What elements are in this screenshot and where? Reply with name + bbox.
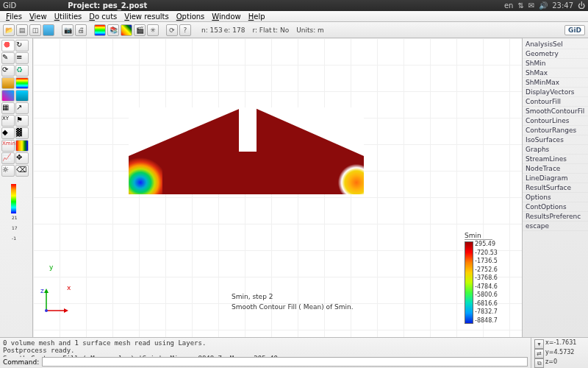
p-clear-icon[interactable]: ⌫	[15, 165, 29, 177]
left-palette: ↻ ✎ ≡ ⟳ ♻ ▦ ↗ XY ⚑ ◆ ▓ Xmin 📈 ✥ ☼ ⌫ 2117…	[0, 38, 33, 337]
p-box-icon[interactable]	[1, 77, 15, 89]
fea-result-shape	[129, 107, 364, 194]
right-command-panel: AnalysisSel Geometry ShMin ShMax ShMinMa…	[522, 38, 588, 337]
menu-files[interactable]: Files	[3, 13, 25, 21]
rp-options[interactable]: Options	[523, 193, 588, 202]
tool-anim-icon[interactable]: 🎬	[134, 24, 146, 36]
viewport[interactable]: Smin, step 2 Smooth Contour Fill ( Mean)…	[33, 38, 522, 337]
stress-concentration-left	[129, 150, 162, 194]
rp-resultspref[interactable]: ResultsPreferenc	[523, 212, 588, 222]
rp-resultsurface[interactable]: ResultSurface	[523, 183, 588, 193]
status-elems: e: 178	[224, 26, 245, 34]
power-icon[interactable]: ⏻	[578, 1, 585, 10]
p-flag-icon[interactable]: ⚑	[15, 115, 29, 127]
coord-swap-icon[interactable]: ⇄	[534, 349, 544, 358]
rp-graphs[interactable]: Graphs	[523, 145, 588, 155]
clock: 23:47	[552, 1, 573, 10]
p-rotate-icon[interactable]: ↻	[15, 40, 29, 52]
rp-escape[interactable]: escape	[523, 222, 588, 231]
menu-window[interactable]: Window	[209, 13, 243, 21]
command-label: Command:	[3, 358, 39, 366]
tool-contour-icon[interactable]	[94, 24, 106, 36]
p-light-icon[interactable]: ☼	[1, 165, 15, 177]
console-log: 0 volume mesh and 1 surface mesh read us…	[0, 338, 531, 357]
tool-camera-icon[interactable]: 📷	[62, 24, 74, 36]
rp-isosurfaces[interactable]: IsoSurfaces	[523, 135, 588, 145]
menu-help[interactable]: Help	[245, 13, 268, 21]
command-row: Command:	[0, 357, 531, 368]
p-refresh-icon[interactable]: ⟳	[1, 65, 15, 77]
p-xmin-icon[interactable]: Xmin	[1, 140, 15, 152]
tool-toggle-icon[interactable]: ◫	[29, 24, 41, 36]
p-iso-icon[interactable]	[15, 90, 29, 102]
p-surface-icon[interactable]	[1, 90, 15, 102]
coord-button[interactable]: ▾	[534, 339, 544, 349]
toolbar-status: n: 153 e: 178 r: Flat t: No Units: m	[201, 26, 324, 34]
menu-utilities[interactable]: Utilities	[51, 13, 85, 21]
color-legend: Smin 295.49-720.53-1736.5-2752.6-3768.6-…	[465, 232, 519, 324]
rp-contourlines[interactable]: ContourLines	[523, 116, 588, 126]
coord-z: z=0	[545, 358, 557, 368]
volume-icon[interactable]: 🔊	[539, 1, 548, 10]
brand-badge: GiD	[564, 25, 585, 35]
bottom-panel: 0 volume mesh and 1 surface mesh read us…	[0, 337, 588, 368]
wifi-icon[interactable]: ⇅	[517, 1, 523, 10]
mini-legend: 2117-1	[11, 184, 21, 241]
rp-linediagram[interactable]: LineDiagram	[523, 174, 588, 183]
svg-point-4	[45, 309, 48, 312]
svg-marker-1	[44, 289, 49, 293]
p-chart-icon[interactable]: 📈	[1, 152, 15, 164]
p-deform-icon[interactable]: ◆	[1, 127, 15, 139]
menu-view[interactable]: View	[26, 13, 50, 21]
rp-nodetrace[interactable]: NodeTrace	[523, 164, 588, 174]
p-xy-icon[interactable]: XY	[1, 115, 15, 127]
tool-graph-icon[interactable]	[121, 24, 132, 36]
tool-refresh-icon[interactable]: ⟳	[166, 24, 178, 36]
rp-contourfill[interactable]: ContourFill	[523, 97, 588, 107]
coord-copy-icon[interactable]: ⧉	[534, 358, 544, 368]
menu-options[interactable]: Options	[173, 13, 208, 21]
legend-ticks: 295.49-720.53-1736.5-2752.6-3768.6-4784.…	[475, 241, 498, 324]
legend-title: Smin	[465, 232, 492, 240]
menu-do-cuts[interactable]: Do cuts	[86, 13, 120, 21]
p-wire-icon[interactable]: ▦	[1, 102, 15, 114]
tool-macro-icon[interactable]: ✳	[147, 24, 159, 36]
p-pencil-icon[interactable]: ✎	[1, 52, 15, 64]
rp-shmin[interactable]: ShMin	[523, 59, 588, 68]
p-grid-icon[interactable]: ▓	[15, 127, 29, 139]
tool-layers-icon[interactable]: ▤	[16, 24, 28, 36]
axes-gizmo: y x z	[39, 289, 68, 319]
rp-geometry[interactable]: Geometry	[523, 49, 588, 59]
app-name: GiD	[3, 1, 16, 10]
p-list-icon[interactable]: ≡	[15, 52, 29, 64]
tool-prepost-icon[interactable]	[43, 24, 54, 36]
menu-bar: Files View Utilities Do cuts View result…	[0, 11, 588, 22]
p-recycle-icon[interactable]: ♻	[15, 65, 29, 77]
tool-open-icon[interactable]: 📂	[3, 24, 15, 36]
rp-contourranges[interactable]: ContourRanges	[523, 126, 588, 135]
p-style-icon[interactable]	[15, 140, 29, 152]
menu-view-results[interactable]: View results	[121, 13, 171, 21]
tool-help-icon[interactable]: ?	[179, 24, 191, 36]
system-tray: en ⇅ ✉ 🔊 23:47 ⏻	[504, 1, 585, 10]
rp-displayvectors[interactable]: DisplayVectors	[523, 88, 588, 97]
rp-streamlines[interactable]: StreamLines	[523, 155, 588, 164]
axis-y-label: y	[49, 263, 53, 271]
rp-contoptions[interactable]: ContOptions	[523, 202, 588, 212]
lang-indicator[interactable]: en	[504, 1, 514, 10]
rp-shminmax[interactable]: ShMinMax	[523, 78, 588, 88]
command-input[interactable]	[42, 357, 528, 367]
rp-analysissel[interactable]: AnalysisSel	[523, 40, 588, 49]
tool-print-icon[interactable]: 🖨	[75, 24, 87, 36]
p-zoom-icon[interactable]	[1, 40, 15, 52]
status-nodes: n: 153	[201, 26, 223, 34]
network-icon[interactable]: ✉	[528, 1, 534, 10]
p-contour-icon[interactable]	[15, 77, 29, 89]
toolbar: 📂 ▤ ◫ 📷 🖨 📚 🎬 ✳ ⟳ ? n: 153 e: 178 r: Fla…	[0, 22, 588, 38]
rp-smoothcontour[interactable]: SmoothContourFil	[523, 107, 588, 116]
rp-shmax[interactable]: ShMax	[523, 68, 588, 78]
p-vectors-icon[interactable]: ↗	[15, 102, 29, 114]
p-pick-icon[interactable]: ✥	[15, 152, 29, 164]
tool-results-icon[interactable]: 📚	[107, 24, 119, 36]
coord-readout: ▾x=-1.7631 ⇄y=4.5732 ⧉z=0	[531, 338, 588, 368]
